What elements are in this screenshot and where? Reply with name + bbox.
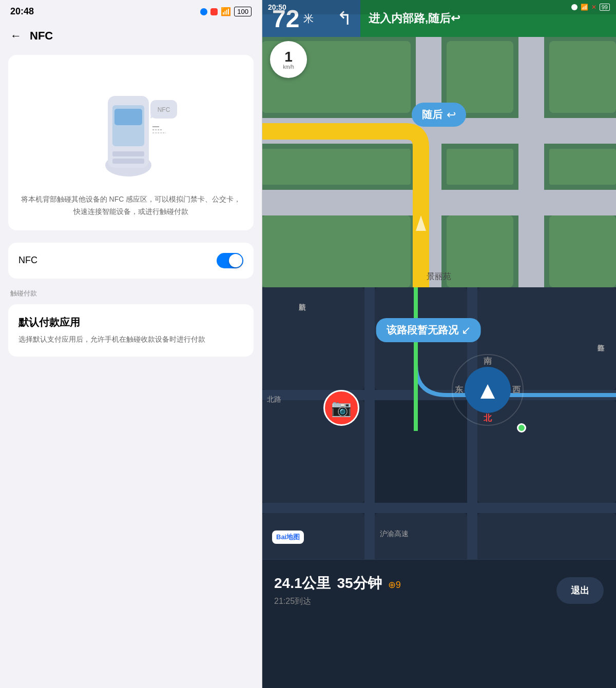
payment-card[interactable]: 默认付款应用 选择默认支付应用后，允许手机在触碰收款设备时进行付款 <box>8 304 254 357</box>
camera-count: ⊕9 <box>388 579 401 591</box>
compass-east: 东 <box>455 385 463 396</box>
next-turn-bubble: 随后 ↩ <box>412 103 466 127</box>
nfc-header: ← NFC <box>0 21 262 49</box>
svg-rect-3 <box>114 109 142 125</box>
nav-eta: 21:25到达 <box>274 596 556 607</box>
nfc-illustration: NFC <box>74 70 187 183</box>
svg-rect-21 <box>447 215 513 287</box>
speed-unit: km/h <box>283 64 294 70</box>
svg-rect-17 <box>262 149 411 185</box>
panel-divider <box>262 0 262 688</box>
nav-main-info: 24.1公里 35分钟 ⊕9 <box>274 574 556 593</box>
status-bar-left: 20:48 📶 100 <box>0 0 262 21</box>
speed-indicator: 1 km/h <box>270 41 307 78</box>
svg-rect-31 <box>477 513 616 564</box>
next-turn-label: 随后 <box>422 108 442 122</box>
next-turn-arrow-icon: ↩ <box>447 108 456 122</box>
compass-south: 南 <box>484 356 492 367</box>
current-location-dot <box>517 423 526 433</box>
nfc-illustration-svg: NFC <box>80 75 182 178</box>
no-traffic-label: 该路段暂无路况 <box>387 323 458 337</box>
svg-text:NFC: NFC <box>158 106 170 113</box>
svg-rect-15 <box>447 41 513 113</box>
compass-west: 西 <box>512 385 521 396</box>
battery-icon-left: 100 <box>234 7 252 16</box>
map-svg-top <box>262 0 616 287</box>
payment-card-title: 默认付款应用 <box>18 316 243 329</box>
nfc-toggle-switch[interactable] <box>217 253 243 268</box>
status-wifi-right: 📶 <box>581 4 588 11</box>
nav-trip-info: 24.1公里 35分钟 ⊕9 21:25到达 <box>274 574 556 607</box>
nfc-settings-panel: 20:48 📶 100 ← NFC <box>0 0 262 688</box>
svg-rect-20 <box>262 215 411 287</box>
back-button[interactable]: ← <box>10 29 22 43</box>
svg-rect-4 <box>112 151 144 156</box>
compass-north: 北 <box>484 413 492 424</box>
svg-rect-12 <box>518 0 544 287</box>
status-time-left: 20:48 <box>10 6 34 17</box>
nfc-illustration-card: NFC 将本机背部触碰其他设备的 NFC 感应区，可以模拟门禁卡、公交卡，快速连… <box>8 55 254 230</box>
svg-rect-5 <box>112 159 144 164</box>
map-bottom-section: 该路段暂无路况 ↙ 航新路 北路 沪渝高速 虹春路 北 南 东 西 ▲ 📷 <box>262 287 616 621</box>
nfc-description: 将本机背部触碰其他设备的 NFC 感应区，可以模拟门禁卡、公交卡，快速连接智能设… <box>21 193 241 218</box>
battery-icon-right: 99 <box>600 4 610 11</box>
svg-rect-22 <box>549 215 616 287</box>
status-dot-red <box>210 8 218 15</box>
svg-rect-24 <box>262 287 364 390</box>
page-title: NFC <box>30 29 53 43</box>
svg-rect-16 <box>549 41 616 113</box>
exit-navigation-button[interactable]: 退出 <box>556 577 604 604</box>
status-x-right: ✕ <box>591 4 596 11</box>
payment-section-label: 触碰付款 <box>10 289 252 298</box>
nfc-toggle-label: NFC <box>18 255 37 266</box>
status-dot-blue <box>200 8 207 15</box>
status-icons-left: 📶 100 <box>200 7 252 16</box>
baidu-map-logo: Bai地图 <box>272 530 304 544</box>
status-circle-right <box>571 4 578 10</box>
camera-icon-bubble: 📷 <box>323 390 359 426</box>
speed-camera-marker: 📷 <box>323 390 359 426</box>
camera-icon: 📷 <box>331 398 352 418</box>
trip-time: 35分钟 <box>337 574 382 593</box>
svg-rect-30 <box>375 513 467 564</box>
nav-bottom-bar: 24.1公里 35分钟 ⊕9 21:25到达 退出 <box>262 559 616 621</box>
map-top-section: 20:50 📶 ✕ 99 72 米 ↰ 进入内部路,随后↩ 1 km <box>262 0 616 287</box>
road-label-bei: 北路 <box>267 395 281 404</box>
status-bar-right: 20:50 📶 ✕ 99 <box>262 0 616 14</box>
trip-distance: 24.1公里 <box>274 574 331 593</box>
svg-rect-18 <box>447 149 513 185</box>
speed-value: 1 <box>284 50 293 64</box>
navigation-panel: 20:50 📶 ✕ 99 72 米 ↰ 进入内部路,随后↩ 1 km <box>262 0 616 688</box>
payment-card-desc: 选择默认支付应用后，允许手机在触碰收款设备时进行付款 <box>18 333 243 346</box>
toggle-knob <box>229 254 242 267</box>
svg-rect-19 <box>549 149 616 185</box>
wifi-icon: 📶 <box>221 7 231 16</box>
landmark-label: 景丽苑 <box>427 271 451 282</box>
compass-labels: 北 南 东 西 <box>453 355 523 425</box>
no-traffic-bubble: 该路段暂无路况 ↙ <box>376 318 481 342</box>
bubble-arrow-icon: ↙ <box>461 324 471 337</box>
svg-rect-35 <box>262 503 616 513</box>
status-time-right: 20:50 <box>268 3 286 11</box>
compass-widget: 北 南 东 西 ▲ <box>452 354 524 426</box>
road-label-huyu: 沪渝高速 <box>380 529 409 539</box>
svg-rect-13 <box>262 123 406 140</box>
nfc-toggle-card: NFC <box>8 243 254 279</box>
